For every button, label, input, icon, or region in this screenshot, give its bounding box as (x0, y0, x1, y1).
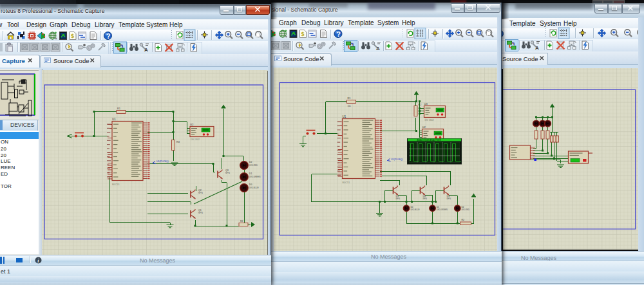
svg-text:?: ? (106, 32, 110, 40)
svg-text:U1(PLI/SQ): U1(PLI/SQ) (156, 160, 169, 163)
svg-text:LED-BLUE: LED-BLUE (249, 186, 259, 188)
svg-text:ANALOGUE ANALYSER: ANALOGUE ANALYSER (417, 138, 441, 141)
svg-text:NPN: NPN (198, 192, 203, 194)
svg-text:Q2: Q2 (422, 194, 426, 197)
svg-text:U1: U1 (342, 115, 346, 118)
svg-text:80C51: 80C51 (112, 182, 120, 185)
svg-text:NPN: NPN (395, 198, 399, 200)
svg-text:Q2: Q2 (198, 188, 202, 191)
svg-text:10k: 10k (347, 104, 351, 107)
svg-text:D1: D1 (437, 205, 439, 208)
svg-text:R2: R2 (418, 103, 421, 106)
svg-text:D2: D2 (249, 160, 252, 163)
svg-text:Q3: Q3 (225, 169, 229, 171)
svg-text:A: A (376, 46, 380, 51)
svg-text:D1: D1 (249, 172, 252, 174)
svg-text:R1: R1 (117, 107, 120, 109)
svg-text:U1: U1 (112, 117, 116, 120)
svg-text:LED-GREEN: LED-GREEN (249, 175, 261, 178)
svg-text:Q3: Q3 (446, 194, 450, 197)
svg-text:U3: U3 (424, 102, 428, 105)
svg-text:NPN: NPN (198, 212, 203, 214)
svg-text:A: A (535, 45, 539, 51)
svg-text:Q1: Q1 (198, 208, 202, 211)
svg-text:D0: D0 (249, 183, 252, 185)
svg-text:LED-BLUE: LED-BLUE (410, 208, 419, 211)
svg-text:R3: R3 (176, 140, 180, 143)
svg-text:R2: R2 (240, 219, 243, 222)
svg-text:$: $ (301, 31, 305, 37)
svg-text:R1: R1 (347, 97, 350, 99)
svg-text:R2: R2 (461, 219, 464, 221)
svg-text:U2: U2 (190, 122, 194, 125)
svg-text:NPN: NPN (422, 198, 426, 200)
svg-text:80C51: 80C51 (342, 180, 350, 183)
svg-text:LED-RED: LED-RED (461, 208, 469, 211)
svg-text:U2: U2 (422, 125, 426, 128)
svg-text:$: $ (71, 33, 74, 39)
svg-text:D2: D2 (461, 205, 464, 208)
svg-text:Q1: Q1 (395, 194, 399, 197)
svg-text:U1(PLI/SQ): U1(PLI/SQ) (391, 158, 403, 161)
svg-text:A: A (144, 47, 148, 53)
svg-text:NPN: NPN (225, 172, 230, 174)
svg-text:NPN: NPN (446, 198, 450, 200)
svg-text:DS 1302: DS 1302 (191, 138, 200, 141)
svg-text:D0: D0 (410, 205, 413, 208)
svg-text:LED-RED: LED-RED (249, 163, 258, 166)
svg-text:?: ? (337, 30, 341, 38)
svg-text:DS 1302: DS 1302 (424, 118, 433, 121)
svg-text:LED-GREEN: LED-GREEN (437, 208, 448, 211)
